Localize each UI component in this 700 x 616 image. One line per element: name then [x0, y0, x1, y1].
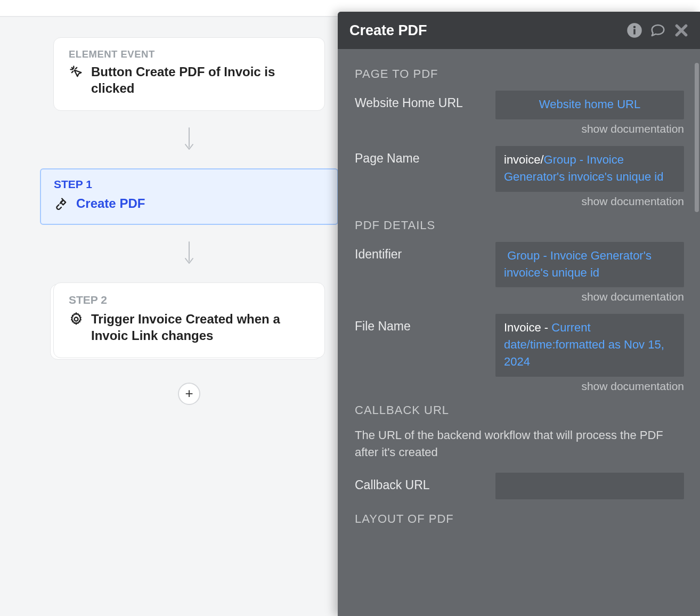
prop-input-identifier[interactable]: Group - Invoice Generator's invoice's un… — [495, 242, 684, 288]
prop-website-home-url: Website Home URL Website home URL — [355, 91, 684, 119]
section-pdf-details: PDF DETAILS — [355, 218, 684, 232]
prop-input-page-name[interactable]: invoice/Group - Invoice Generator's invo… — [495, 146, 684, 192]
svg-point-2 — [75, 317, 78, 321]
scrollbar-thumb[interactable] — [695, 63, 699, 212]
workflow-step-2-card[interactable]: STEP 2 Trigger Invoice Created when a In… — [53, 282, 325, 358]
prop-file-name: File Name Invoice - Current date/time:fo… — [355, 314, 684, 377]
panel-body: PAGE TO PDF Website Home URL Website hom… — [338, 49, 700, 541]
cursor-click-icon — [69, 64, 84, 79]
workflow-step-1-title: Create PDF — [76, 195, 145, 212]
workflow-step-2-stack: STEP 2 Trigger Invoice Created when a In… — [53, 282, 325, 358]
workflow-event-label: ELEMENT EVENT — [69, 48, 310, 60]
prop-label: Website Home URL — [355, 91, 488, 110]
svg-rect-4 — [633, 29, 636, 35]
section-callback-desc: The URL of the backend workflow that wil… — [355, 427, 684, 461]
panel-title: Create PDF — [349, 22, 619, 39]
svg-point-5 — [633, 26, 636, 29]
gear-icon — [69, 312, 84, 327]
doc-link[interactable]: show documentation — [355, 380, 684, 393]
workflow-column: ELEMENT EVENT Button Create PDF of Invoi… — [53, 37, 325, 405]
prop-page-name: Page Name invoice/Group - Invoice Genera… — [355, 146, 684, 192]
workflow-step-1-card[interactable]: STEP 1 Create PDF — [40, 168, 338, 224]
arrow-down-icon — [184, 127, 194, 153]
close-icon[interactable] — [674, 23, 688, 37]
prop-identifier: Identifier Group - Invoice Generator's i… — [355, 242, 684, 288]
section-page-to-pdf: PAGE TO PDF — [355, 67, 684, 81]
arrow-down-icon — [184, 241, 194, 268]
properties-panel: Create PDF PAGE TO PDF Website Home URL … — [338, 12, 700, 616]
prop-input-website-home-url[interactable]: Website home URL — [495, 91, 684, 119]
doc-link[interactable]: show documentation — [355, 123, 684, 135]
doc-link[interactable]: show documentation — [355, 290, 684, 303]
prop-label: File Name — [355, 314, 488, 334]
workflow-step-1-label: STEP 1 — [54, 178, 324, 191]
section-callback: CALLBACK URL — [355, 403, 684, 417]
prop-input-file-name[interactable]: Invoice - Current date/time:formatted as… — [495, 314, 684, 377]
prop-label: Callback URL — [355, 473, 488, 492]
workflow-event-card[interactable]: ELEMENT EVENT Button Create PDF of Invoi… — [53, 37, 325, 111]
comment-icon[interactable] — [650, 22, 666, 38]
doc-link[interactable]: show documentation — [355, 195, 684, 208]
prop-input-callback-url[interactable] — [495, 473, 684, 499]
prop-label: Page Name — [355, 146, 488, 166]
info-icon[interactable] — [626, 22, 642, 38]
plugin-icon — [54, 196, 69, 211]
add-step-button[interactable]: + — [178, 383, 200, 405]
workflow-step-2-title: Trigger Invoice Created when a Invoic Li… — [91, 311, 310, 344]
panel-header[interactable]: Create PDF — [338, 12, 700, 49]
workflow-step-2-label: STEP 2 — [69, 294, 310, 306]
prop-callback-url: Callback URL — [355, 473, 684, 499]
section-layout: LAYOUT OF PDF — [355, 512, 684, 526]
prop-label: Identifier — [355, 242, 488, 262]
workflow-event-title: Button Create PDF of Invoic is clicked — [91, 63, 310, 96]
